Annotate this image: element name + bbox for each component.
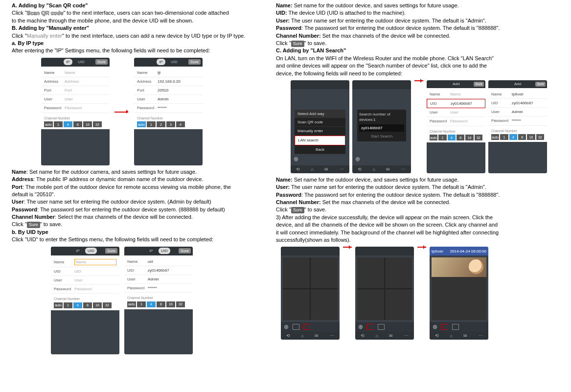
plus-icon[interactable]: ⊕ [284, 323, 289, 331]
tab-uid[interactable]: UID [75, 59, 87, 65]
live-phone-1: ⊕ ⟲⌂✉⋯ [281, 247, 340, 340]
lan-search-phone: Search number of devices:1 zy01406b87 St… [352, 80, 411, 173]
live-title: tplbxer [432, 249, 443, 254]
menu-scan-qr[interactable]: Scan QR code [295, 118, 345, 127]
layout-1-icon[interactable] [293, 324, 299, 330]
person-face [469, 259, 483, 274]
left-column: A. Adding by "Scan QR code" Click "Scan … [7, 2, 271, 390]
layout-2-icon[interactable] [303, 324, 310, 330]
heading-b: B. Adding by "Manually enter" [12, 24, 266, 32]
heading-ba: a. By IP type [12, 40, 266, 47]
user-input[interactable]: User [65, 96, 107, 102]
search-result-box: Search number of devices:1 zy01406b87 St… [357, 110, 406, 141]
desc-click-save: Click "Sure" to save. [12, 221, 266, 228]
uid-phone-filled: IP UID Sure Nameuid UIDzy01406b87 UserAd… [124, 247, 193, 354]
search-result-uid[interactable]: zy01406b87 [359, 124, 404, 132]
desc-name: Name: Set name for the outdoor camera, a… [12, 168, 266, 176]
channel-number: Channel Number auto1481632 [41, 115, 110, 130]
desc-user: User: The user name set for entering the… [12, 198, 266, 206]
live-video[interactable] [432, 257, 486, 320]
arrow-icon [417, 247, 427, 248]
uid-phone-empty: IP UID Sure NameName UIDUID UserUser Pas… [51, 247, 119, 354]
right-column: Name: Set name for the outdoor device, a… [271, 2, 564, 390]
layout-2-icon[interactable] [378, 324, 385, 330]
arrow-icon [343, 247, 352, 248]
menu-lan-search[interactable]: LAN search [295, 136, 345, 145]
ip-phone-filled: IP UID Sure Nametjt Address192.168.0.20 … [134, 58, 203, 165]
channel-grid[interactable] [283, 257, 338, 320]
start-search-button[interactable]: Start Search [359, 134, 404, 139]
sure-chip: Sure [27, 222, 40, 228]
password-input[interactable]: Password [65, 105, 107, 111]
lan-phones-row: Select Add way Scan QR code Manually ent… [291, 80, 559, 173]
live-phones-row: ⊕ ⟲⌂✉⋯ ⊕ ⟲⌂✉⋯ [281, 247, 559, 340]
live-phone-3: tplbxer 2014-04-24 08:00:00 ⊕ ⟲⌂✉⋯ [430, 247, 488, 340]
back-button[interactable]: Back [295, 145, 345, 154]
ip-phones-row: IP UID Sure NameName AddressAddress Port… [41, 58, 266, 165]
add-form-phone-2: AddSure Nametplbxer UIDzy01406b87 UserAd… [488, 80, 547, 173]
ip-phone-empty: IP UID Sure NameName AddressAddress Port… [41, 58, 110, 165]
select-add-way-menu: Select Add way Scan QR code Manually ent… [295, 110, 345, 154]
tab-ip[interactable]: IP [64, 59, 72, 65]
desc-address: Address: The public IP address or dynami… [12, 176, 266, 183]
port-input[interactable]: Port [65, 88, 107, 93]
scan-qr-badge: Scan QR code [27, 10, 64, 16]
uid-phones-row: IP UID Sure NameName UIDUID UserUser Pas… [51, 247, 266, 354]
layout-1-icon[interactable] [367, 324, 374, 330]
name-input[interactable]: Name [65, 70, 107, 75]
channel-strip[interactable]: auto1481632 [44, 121, 107, 127]
page: A. Adding by "Scan QR code" Click "Scan … [0, 0, 571, 392]
address-input[interactable]: Address [65, 79, 107, 84]
toolbar: ⊕ [281, 322, 340, 332]
sure-chip: Sure [291, 41, 304, 47]
video-thumbnail [432, 257, 486, 277]
sure-button[interactable]: Sure [95, 59, 108, 65]
add-form-phone-1: AddSure NameName UIDzy01406b87 UserUser … [427, 80, 485, 173]
manual-badge: Manually enter [27, 33, 62, 39]
menu-manual[interactable]: Manually enter [295, 127, 345, 136]
ip-form1: NameName AddressAddress PortPort UserUse… [41, 67, 110, 115]
heading-c: C. Adding by "LAN Search" [276, 47, 559, 54]
phone-nav: ⟲⌂✉⋯ [291, 165, 349, 173]
line-ba: After entering the "IP" Settings menu, t… [12, 47, 266, 54]
desc-channel: Channel Number: Select the max channels … [12, 213, 266, 221]
arrow-icon [414, 80, 424, 81]
heading-a: A. Adding by "Scan QR code" [12, 2, 266, 9]
plus-icon[interactable]: ⊕ [294, 155, 298, 163]
live-phone-2: ⊕ ⟲⌂✉⋯ [355, 247, 414, 340]
line-a1: Click "Scan QR code" to the next interfa… [12, 9, 266, 17]
desc-password: Password: The password set for entering … [12, 206, 266, 213]
line-a2: to the machine through the mobile phone,… [12, 17, 266, 24]
lan-menu-phone: Select Add way Scan QR code Manually ent… [291, 80, 349, 173]
line-b1: Click "Manually enter" to the next inter… [12, 32, 266, 40]
ip-tabs: IP UID Sure [41, 58, 110, 67]
desc-port: Port: The mobile port of the outdoor dev… [12, 184, 266, 191]
live-time: 2014-04-24 08:00:00 [450, 249, 486, 254]
heading-bb: b. By UID type [12, 229, 266, 236]
